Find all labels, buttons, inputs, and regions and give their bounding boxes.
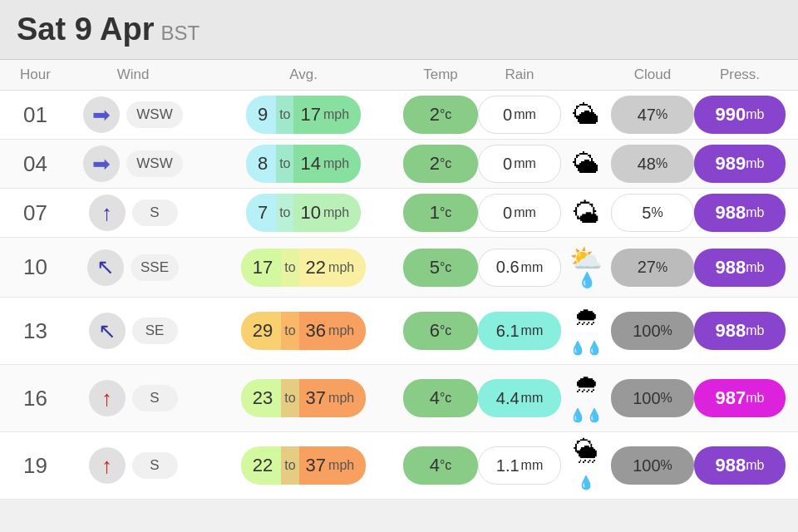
avg-value: 22 (241, 446, 281, 485)
gust-value: 14 mph (293, 145, 361, 183)
rain-value: 6.1 mm (478, 312, 561, 350)
rain-value: 0.6 mm (478, 249, 561, 287)
wind-direction: S (132, 385, 178, 411)
rain-value: 0 mm (478, 96, 561, 134)
table-row: 01 ➡ WSW 9 to 17 mph 2°c 0 mm 🌥 47 % 990… (0, 91, 798, 140)
avg-gust-combined: 23 to 37 mph (204, 379, 403, 417)
col-avg-label: Avg. (204, 66, 403, 83)
avg-gust-combined: 7 to 10 mph (204, 194, 403, 232)
rain-value: 0 mm (478, 145, 561, 183)
col-press-label: Press. (694, 66, 786, 83)
wind-direction: SSE (131, 254, 179, 281)
avg-value: 9 (246, 96, 276, 134)
temp-value: 5°c (403, 249, 478, 287)
weather-rows: 01 ➡ WSW 9 to 17 mph 2°c 0 mm 🌥 47 % 990… (0, 91, 798, 500)
date-label: Sat 9 Apr (17, 12, 154, 47)
to-separator: to (276, 96, 293, 134)
column-headers: Hour Wind Avg. Temp Rain Cloud Press. (0, 60, 798, 91)
col-hour-label: Hour (8, 66, 62, 83)
gust-value: 36 mph (299, 312, 367, 350)
hour-label: 13 (8, 318, 62, 344)
wind-cell: ↖ SE (62, 313, 204, 349)
table-row: 16 ↑ S 23 to 37 mph 4°c 4.4 mm 🌧💧💧 100 %… (0, 365, 798, 432)
cloud-icon: 🌥 (561, 149, 611, 180)
hour-label: 16 (8, 386, 62, 411)
cloud-percent: 47 % (611, 96, 694, 134)
gust-value: 37 mph (299, 446, 367, 485)
cloud-icon: 🌧💧💧 (561, 303, 611, 359)
cloud-percent: 5 % (611, 194, 694, 232)
pressure-value: 988 mb (694, 446, 786, 485)
to-separator: to (276, 194, 293, 232)
rain-value: 4.4 mm (478, 379, 561, 417)
gust-value: 17 mph (293, 96, 361, 134)
cloud-icon: 🌦💧 (561, 437, 611, 494)
cloud-icon: 🌧💧💧 (561, 370, 611, 426)
col-wind-label: Wind (62, 66, 204, 83)
gust-value: 22 mph (299, 249, 367, 287)
cloud-percent: 100 % (611, 312, 694, 350)
wind-direction: SE (132, 318, 178, 344)
table-row: 07 ↑ S 7 to 10 mph 1°c 0 mm 🌤 5 % 988 mb (0, 189, 798, 238)
rain-value: 0 mm (478, 194, 561, 232)
avg-gust-combined: 22 to 37 mph (204, 446, 403, 485)
wind-direction: S (132, 200, 178, 226)
temp-value: 2°c (403, 96, 478, 134)
wind-direction: S (132, 452, 178, 479)
temp-value: 4°c (403, 379, 478, 417)
to-separator: to (281, 312, 298, 350)
wind-cell: ↑ S (62, 380, 204, 416)
wind-arrow-icon: ➡ (83, 96, 120, 133)
avg-value: 17 (241, 249, 281, 287)
gust-value: 10 mph (293, 194, 361, 232)
pressure-value: 988 mb (694, 249, 786, 287)
header: Sat 9 AprBST (0, 0, 798, 60)
wind-arrow-icon: ↑ (89, 195, 126, 231)
cloud-percent: 27 % (611, 249, 694, 287)
pressure-value: 988 mb (694, 194, 786, 232)
timezone-label: BST (160, 22, 200, 44)
cloud-icon: 🌥 (561, 100, 611, 131)
cloud-percent: 100 % (611, 379, 694, 417)
col-temp-label: Temp (403, 66, 478, 83)
avg-value: 8 (246, 145, 276, 183)
avg-gust-combined: 8 to 14 mph (204, 145, 403, 183)
to-separator: to (281, 446, 298, 485)
pressure-value: 988 mb (694, 312, 786, 350)
cloud-icon: ⛅💧 (561, 243, 611, 292)
temp-value: 6°c (403, 312, 478, 350)
to-separator: to (276, 145, 293, 183)
wind-cell: ➡ WSW (62, 96, 204, 133)
temp-value: 1°c (403, 194, 478, 232)
wind-cell: ↑ S (62, 447, 204, 484)
cloud-percent: 48 % (611, 145, 694, 183)
table-row: 13 ↖ SE 29 to 36 mph 6°c 6.1 mm 🌧💧💧 100 … (0, 298, 798, 365)
wind-cell: ↑ S (62, 195, 204, 231)
hour-label: 01 (8, 102, 62, 128)
avg-gust-combined: 29 to 36 mph (204, 312, 403, 350)
col-cloud-label: Cloud (611, 66, 694, 83)
pressure-value: 989 mb (694, 145, 786, 183)
wind-cell: ↖ SSE (62, 249, 204, 286)
avg-gust-combined: 17 to 22 mph (204, 249, 403, 287)
avg-value: 23 (241, 379, 281, 417)
hour-label: 07 (8, 200, 62, 226)
wind-direction: WSW (126, 101, 182, 128)
wind-arrow-icon: ↑ (89, 447, 126, 484)
pressure-value: 987 mb (694, 379, 786, 417)
table-row: 10 ↖ SSE 17 to 22 mph 5°c 0.6 mm ⛅💧 27 %… (0, 238, 798, 298)
hour-label: 10 (8, 254, 62, 280)
wind-cell: ➡ WSW (62, 145, 204, 182)
page-title: Sat 9 AprBST (17, 12, 200, 47)
pressure-value: 990 mb (694, 96, 786, 134)
avg-gust-combined: 9 to 17 mph (204, 96, 403, 134)
wind-arrow-icon: ↖ (89, 313, 126, 349)
wind-arrow-icon: ➡ (83, 145, 120, 182)
wind-arrow-icon: ↖ (87, 249, 124, 286)
rain-value: 1.1 mm (478, 446, 561, 485)
wind-arrow-icon: ↑ (89, 380, 126, 416)
col-rain-label: Rain (478, 66, 561, 83)
cloud-icon: 🌤 (561, 197, 611, 229)
table-row: 04 ➡ WSW 8 to 14 mph 2°c 0 mm 🌥 48 % 989… (0, 140, 798, 189)
hour-label: 19 (8, 453, 62, 479)
